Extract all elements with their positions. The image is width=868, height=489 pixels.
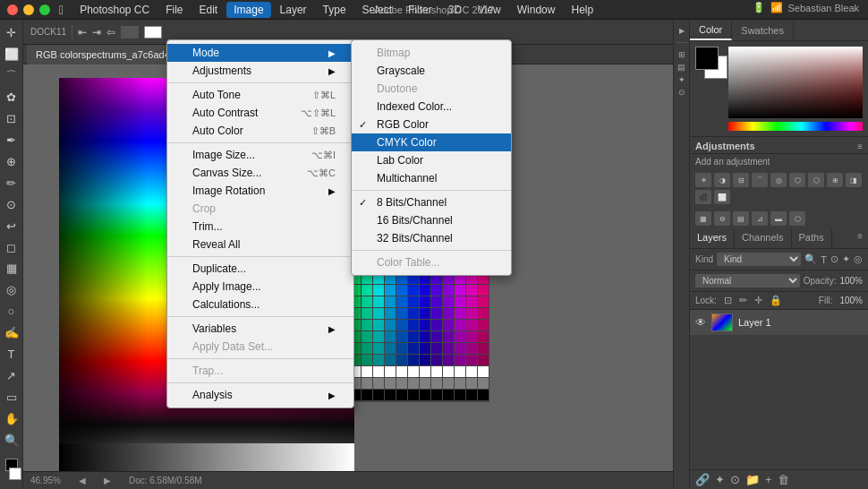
swatch-cell[interactable]: [443, 343, 454, 354]
menu-item-crop[interactable]: Crop: [167, 200, 353, 218]
swatch-cell[interactable]: [396, 366, 407, 377]
swatch-cell[interactable]: [478, 308, 489, 319]
swatch-cell[interactable]: [373, 343, 384, 354]
layer-search-icon[interactable]: 🔍: [804, 253, 817, 265]
link-layers-icon[interactable]: 🔗: [695, 473, 710, 486]
swatch-cell[interactable]: [443, 390, 454, 400]
swatch-cell[interactable]: [396, 308, 407, 319]
delete-layer-icon[interactable]: 🗑: [778, 473, 789, 486]
panel-icon-3[interactable]: ✦: [678, 75, 685, 84]
menu-item-adjustments[interactable]: Adjustments ▶: [167, 62, 353, 80]
swatch-cell[interactable]: [420, 343, 430, 354]
paths-tab[interactable]: Paths: [792, 229, 832, 248]
swatch-cell[interactable]: [408, 320, 419, 330]
swatch-cell[interactable]: [431, 320, 442, 330]
text-tool[interactable]: T: [2, 345, 21, 365]
color-swatch-black[interactable]: [121, 26, 139, 39]
swatch-cell[interactable]: [478, 355, 489, 365]
kind-select[interactable]: Kind: [717, 253, 801, 266]
swatch-cell[interactable]: [420, 308, 430, 319]
levels-icon[interactable]: ⊟: [733, 173, 749, 187]
swatch-cell[interactable]: [431, 308, 442, 319]
swatch-cell[interactable]: [396, 355, 407, 365]
swatch-cell[interactable]: [478, 285, 489, 296]
layer-active-icon[interactable]: ◎: [854, 253, 863, 265]
swatch-cell[interactable]: [420, 390, 430, 400]
swatch-cell[interactable]: [455, 320, 465, 330]
swatch-cell[interactable]: [443, 308, 454, 319]
swatch-cell[interactable]: [466, 285, 477, 296]
menu-item-canvas-size[interactable]: Canvas Size... ⌥⌘C: [167, 164, 353, 182]
menu-item-auto-color[interactable]: Auto Color ⇧⌘B: [167, 122, 353, 140]
swatch-cell[interactable]: [408, 343, 419, 354]
swatch-cell[interactable]: [466, 296, 477, 307]
swatch-cell[interactable]: [362, 355, 372, 365]
swatch-cell[interactable]: [362, 285, 372, 296]
blur-tool[interactable]: ◎: [2, 280, 21, 300]
swatch-cell[interactable]: [431, 296, 442, 307]
swatch-cell[interactable]: [396, 390, 407, 400]
image-menu-item[interactable]: Image: [226, 2, 270, 18]
mode-multichannel[interactable]: Multichannel: [352, 169, 511, 187]
brush-tool[interactable]: ✏: [2, 173, 21, 193]
marquee-tool[interactable]: ⬜: [2, 45, 21, 64]
foreground-swatch[interactable]: [695, 47, 719, 70]
menu-item-trim[interactable]: Trim...: [167, 218, 353, 236]
bw-icon[interactable]: ◨: [846, 173, 862, 187]
swatch-cell[interactable]: [455, 378, 465, 389]
quick-select-tool[interactable]: ✿: [2, 88, 21, 107]
type-menu-item[interactable]: Type: [316, 2, 353, 18]
swatch-cell[interactable]: [443, 285, 454, 296]
exposure-icon[interactable]: ◎: [770, 173, 787, 187]
swatch-cell[interactable]: [431, 331, 442, 342]
minimize-button[interactable]: [23, 4, 34, 15]
mode-cmyk[interactable]: CMYK Color: [352, 133, 511, 151]
pen-tool[interactable]: ✍: [2, 323, 21, 343]
hand-tool[interactable]: ✋: [2, 408, 21, 428]
swatch-cell[interactable]: [362, 331, 372, 342]
menu-item-auto-tone[interactable]: Auto Tone ⇧⌘L: [167, 86, 353, 104]
swatch-cell[interactable]: [420, 355, 430, 365]
panel-icon-1[interactable]: ⊞: [678, 50, 685, 59]
new-group-icon[interactable]: 📁: [745, 473, 760, 486]
lock-transparent-icon[interactable]: ⊡: [724, 295, 732, 306]
color-picker[interactable]: [728, 47, 863, 118]
swatch-cell[interactable]: [466, 331, 477, 342]
curves-icon[interactable]: ⌒: [752, 173, 768, 187]
add-style-icon[interactable]: ✦: [715, 473, 725, 486]
menu-item-variables[interactable]: Variables ▶: [167, 320, 353, 338]
swatch-cell[interactable]: [362, 343, 372, 354]
help-menu-item[interactable]: Help: [564, 2, 600, 18]
mode-duotone[interactable]: Duotone: [352, 80, 511, 98]
mode-8bit[interactable]: ✓ 8 Bits/Channel: [352, 193, 511, 211]
vibrance-icon[interactable]: ⬡: [789, 173, 805, 187]
swatch-cell[interactable]: [385, 285, 396, 296]
swatch-cell[interactable]: [455, 366, 465, 377]
swatch-cell[interactable]: [385, 308, 396, 319]
layer-row[interactable]: 👁 Layer 1: [690, 310, 868, 335]
swatch-cell[interactable]: [478, 366, 489, 377]
swatch-cell[interactable]: [420, 366, 430, 377]
layer-menu-item[interactable]: Layer: [273, 2, 314, 18]
hue-sat-icon[interactable]: ⬡: [808, 173, 824, 187]
swatch-cell[interactable]: [443, 355, 454, 365]
swatch-cell[interactable]: [431, 390, 442, 400]
menu-item-image-rotation[interactable]: Image Rotation ▶: [167, 182, 353, 200]
swatch-cell[interactable]: [396, 343, 407, 354]
swatch-cell[interactable]: [478, 390, 489, 400]
color-balance-icon[interactable]: ⊕: [827, 173, 843, 187]
swatch-cell[interactable]: [478, 331, 489, 342]
swatch-cell[interactable]: [466, 390, 477, 400]
swatch-cell[interactable]: [396, 320, 407, 330]
menu-item-duplicate[interactable]: Duplicate...: [167, 260, 353, 278]
channel-mixer-icon[interactable]: ⬜: [714, 190, 730, 204]
healing-tool[interactable]: ⊕: [2, 151, 21, 171]
swatch-cell[interactable]: [455, 390, 465, 400]
history-tool[interactable]: ↩: [2, 216, 21, 236]
invert-icon[interactable]: ⊖: [714, 211, 730, 226]
swatch-cell[interactable]: [408, 355, 419, 365]
swatch-cell[interactable]: [455, 355, 465, 365]
swatch-cell[interactable]: [373, 390, 384, 400]
threshold-icon[interactable]: ⊿: [752, 211, 768, 226]
swatch-cell[interactable]: [443, 296, 454, 307]
